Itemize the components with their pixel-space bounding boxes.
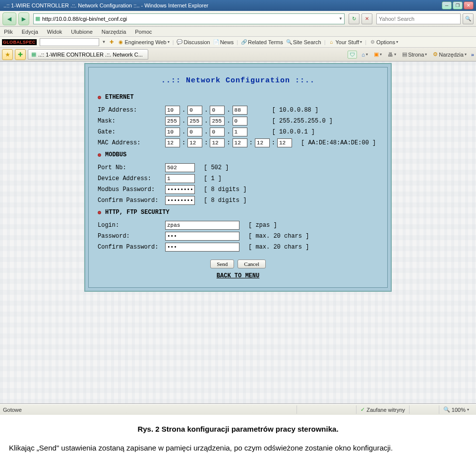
forward-button[interactable]: ►: [18, 12, 29, 25]
page-menu[interactable]: ▤ Strona ▾: [401, 50, 428, 59]
link-your-stuff[interactable]: ⌂Your Stuff ▾: [329, 39, 362, 45]
menu-favorites[interactable]: Ulubione: [70, 28, 93, 35]
hint-port: [ 502 ]: [204, 164, 229, 171]
menu-file[interactable]: Plik: [3, 28, 14, 35]
label-confirm-http-pw: Confirm Password:: [98, 244, 165, 251]
menu-view[interactable]: Widok: [46, 28, 63, 35]
menu-tools[interactable]: Narzędzia: [101, 28, 127, 35]
device-input[interactable]: [165, 174, 195, 183]
add-favorites-button[interactable]: ✚: [15, 49, 26, 60]
page-content: ..:: Network Configuration ::.. ETHERNET…: [0, 62, 476, 404]
hint-mask: [ 255.255.255.0 ]: [272, 118, 333, 125]
back-button[interactable]: ◄: [2, 12, 16, 25]
hint-device: [ 1 ]: [204, 175, 222, 182]
url-dropdown-icon[interactable]: ▼: [339, 16, 343, 21]
port-input[interactable]: [165, 163, 195, 172]
shield-icon[interactable]: 🛡: [348, 51, 357, 59]
status-bar: Gotowe ✓Zaufane witryny 🔍100% ▾: [0, 404, 476, 415]
favorites-button[interactable]: ★: [2, 49, 13, 60]
link-related[interactable]: 🔗Related Terms: [241, 39, 283, 45]
back-to-menu-link[interactable]: BACK TO MENU: [98, 272, 378, 279]
gate-octet-2[interactable]: [187, 128, 202, 136]
mac-octet-4[interactable]: [233, 138, 247, 147]
section-http: HTTP, FTP SECURITY: [98, 209, 378, 216]
search-box[interactable]: [376, 13, 461, 24]
label-http-pw: Password:: [98, 233, 165, 240]
section-ethernet: ETHERNET: [98, 94, 378, 101]
browser-tab[interactable]: ▦ ..:: 1-WIRE CONTROLLER .::. Network C.…: [28, 49, 148, 60]
config-panel: ..:: Network Configuration ::.. ETHERNET…: [84, 63, 392, 292]
mac-octet-3[interactable]: [210, 138, 225, 147]
modbus-password-input[interactable]: [165, 185, 195, 194]
search-button[interactable]: 🔍: [463, 13, 474, 24]
url-box[interactable]: ▦ ▼: [33, 13, 345, 24]
print-button[interactable]: 🖶▾: [386, 51, 398, 59]
tab-label: ..:: 1-WIRE CONTROLLER .::. Network C...: [38, 52, 143, 58]
window-titlebar: ..:: 1-WIRE CONTROLLER .::. Network Conf…: [0, 0, 476, 11]
toolbar-search-dropdown-icon[interactable]: ▼: [102, 40, 106, 44]
address-bar: ◄ ► ▦ ▼ ↻ ✕ 🔍: [0, 11, 476, 27]
gate-octet-3[interactable]: [210, 128, 225, 136]
hint-confirm-modbus-pw: [ 8 digits ]: [204, 197, 246, 204]
toolbar-overflow-icon[interactable]: »: [471, 52, 474, 58]
label-mask: Mask:: [98, 118, 165, 125]
gate-octet-1[interactable]: [165, 128, 180, 136]
mask-octet-4[interactable]: [233, 117, 247, 126]
tools-menu[interactable]: ⚙ Narzędzia ▾: [431, 50, 468, 59]
label-login: Login:: [98, 222, 165, 229]
menu-bar: Plik Edycja Widok Ulubione Narzędzia Pom…: [0, 27, 476, 37]
hint-gate: [ 10.0.0.1 ]: [272, 129, 315, 135]
label-port: Port Nb:: [98, 164, 165, 171]
label-confirm-modbus-pw: Confirm Password:: [98, 197, 165, 204]
mac-octet-2[interactable]: [187, 138, 202, 147]
search-input[interactable]: [379, 16, 458, 22]
status-zoom[interactable]: 🔍100% ▾: [439, 405, 473, 414]
label-device: Device Address:: [98, 175, 165, 182]
menu-help[interactable]: Pomoc: [134, 28, 153, 35]
hint-http-pw: [ max. 20 chars ]: [248, 233, 309, 240]
mac-octet-6[interactable]: [277, 138, 292, 147]
toolbar-add-button[interactable]: ✚: [109, 39, 115, 45]
hint-login: [ zpas ]: [248, 222, 277, 229]
mac-octet-5[interactable]: [255, 138, 270, 147]
mask-octet-1[interactable]: [165, 117, 180, 126]
close-button[interactable]: ✕: [464, 1, 474, 9]
minimize-button[interactable]: ─: [442, 1, 452, 9]
mac-octet-1[interactable]: [165, 138, 180, 147]
http-confirm-password-input[interactable]: [165, 243, 239, 252]
status-text: Gotowe: [3, 407, 22, 413]
modbus-confirm-password-input[interactable]: [165, 196, 195, 205]
ip-octet-1[interactable]: [165, 106, 180, 115]
link-news[interactable]: 📄News: [213, 39, 234, 45]
url-input[interactable]: [40, 16, 339, 22]
link-options[interactable]: ⚙Options ▾: [369, 39, 398, 45]
ip-octet-2[interactable]: [187, 106, 202, 115]
link-engineering[interactable]: ◉Engineering Web ▾: [118, 39, 169, 45]
description-text: Klikając „Send" ustawienia zostaną zapis…: [0, 442, 476, 454]
menu-edit[interactable]: Edycja: [21, 28, 39, 35]
mask-octet-2[interactable]: [187, 117, 202, 126]
page-icon: ▦: [35, 15, 40, 22]
zoom-icon: 🔍: [443, 406, 450, 413]
stop-button[interactable]: ✕: [361, 13, 372, 24]
mask-octet-3[interactable]: [210, 117, 225, 126]
hint-mac: [ AA:DE:48:AA:DE:00 ]: [301, 139, 376, 146]
maximize-button[interactable]: ❐: [453, 1, 463, 9]
send-button[interactable]: Send: [210, 259, 234, 268]
link-site-search[interactable]: 🔍Site Search: [286, 39, 321, 45]
link-discussion[interactable]: 💬Discussion: [177, 39, 210, 45]
gate-octet-4[interactable]: [233, 128, 247, 136]
cancel-button[interactable]: Cancel: [238, 259, 266, 268]
hint-ip: [ 10.0.0.88 ]: [272, 107, 319, 114]
checkmark-icon: ✓: [360, 406, 365, 413]
login-input[interactable]: [165, 221, 239, 230]
refresh-button[interactable]: ↻: [349, 13, 359, 24]
home-button[interactable]: ⌂▾: [360, 51, 369, 59]
bullet-icon: [98, 153, 101, 157]
ip-octet-4[interactable]: [233, 106, 247, 115]
tab-favicon-icon: ▦: [31, 51, 36, 58]
ip-octet-3[interactable]: [210, 106, 225, 115]
http-password-input[interactable]: [165, 232, 239, 241]
feed-button[interactable]: ▣▾: [372, 50, 383, 59]
toolbar-search-input[interactable]: [40, 38, 99, 46]
